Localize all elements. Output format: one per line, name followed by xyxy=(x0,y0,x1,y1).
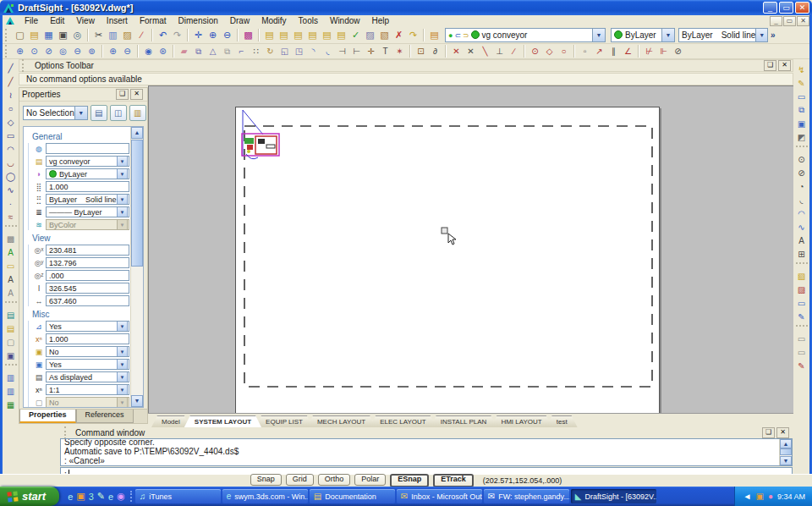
snap-node-icon[interactable]: ○ xyxy=(557,45,571,58)
snap-extension-icon[interactable]: ↗ xyxy=(592,45,606,58)
internet-explorer-2-icon[interactable]: e xyxy=(108,492,113,502)
menu-view[interactable]: View xyxy=(70,16,101,25)
scroll-down-icon[interactable]: ▼ xyxy=(780,456,792,465)
rect-filled-icon[interactable]: ▣ xyxy=(794,117,809,130)
redo-icon[interactable]: ↷ xyxy=(170,28,184,42)
pattern-icon[interactable]: ∷ xyxy=(249,45,263,58)
child-restore-button[interactable]: ▭ xyxy=(783,16,796,26)
chevron-down-icon[interactable]: ▼ xyxy=(117,206,128,217)
sheet-tab-model[interactable]: Model xyxy=(151,415,190,427)
chevron-down-icon[interactable]: ▼ xyxy=(117,346,128,357)
toggle-esnap[interactable]: ESnap xyxy=(390,474,429,487)
task-swym-3ds-com-win[interactable]: eswym.3ds.com - Win... xyxy=(222,489,308,503)
check-icon[interactable]: ✓ xyxy=(348,28,363,42)
rotate-icon[interactable]: ↻ xyxy=(263,45,277,58)
scrollbar-thumb[interactable] xyxy=(780,448,792,455)
notes-icon[interactable]: ✎ xyxy=(97,491,105,502)
extend-icon[interactable]: ⊢ xyxy=(349,45,364,58)
references-folder-icon[interactable]: ▤ xyxy=(3,322,18,335)
pencil-yellow-icon[interactable]: ✎ xyxy=(794,76,809,90)
zoom-previous-icon[interactable]: ⊖ xyxy=(220,28,234,42)
chevron-down-icon[interactable]: ▼ xyxy=(755,29,767,41)
properties-panel-header[interactable]: Properties ❏ ✕ xyxy=(19,88,147,102)
simple-note-icon[interactable]: A xyxy=(3,272,18,286)
snap-midpoint-icon[interactable]: ⊬ xyxy=(642,45,656,58)
layer-field[interactable]: vg conveyor▼ xyxy=(46,156,129,167)
snap-tangent-icon[interactable]: ∕ xyxy=(507,45,521,58)
menu-help[interactable]: Help xyxy=(366,16,396,25)
toggle-snap[interactable]: Snap xyxy=(250,474,282,486)
snap-settings-icon[interactable]: ⊡ xyxy=(414,45,428,58)
snap-insert-icon[interactable]: ▫ xyxy=(578,45,592,58)
task-fw-stephen-gandy[interactable]: ✉FW: stephen.gandy... xyxy=(484,489,569,503)
arc-3point-icon[interactable]: ◡ xyxy=(3,156,18,169)
internet-explorer-icon[interactable]: e xyxy=(68,492,73,502)
text-style-icon[interactable]: ▩ xyxy=(241,28,255,42)
zoom-dynamic-icon[interactable]: ⊙ xyxy=(27,45,41,58)
child-minimize-button[interactable]: _ xyxy=(770,16,782,26)
toggle-etrack[interactable]: ETrack xyxy=(433,474,474,487)
toolbar-grip[interactable] xyxy=(5,29,10,41)
polyline-icon[interactable]: ≀ xyxy=(3,88,18,102)
chamfer-icon[interactable]: ◟ xyxy=(321,45,335,58)
stamp-icon[interactable]: ▧ xyxy=(794,269,809,283)
export-icon[interactable]: ↷ xyxy=(406,28,420,42)
open-file-icon[interactable]: ▤ xyxy=(27,28,41,42)
chevron-down-icon[interactable]: ▼ xyxy=(592,29,605,41)
attach-drawing-icon[interactable]: ▤ xyxy=(3,308,18,322)
snap-endpoint-icon[interactable]: ✕ xyxy=(449,45,464,58)
scrollbar-thumb[interactable] xyxy=(131,140,143,267)
weld-icon[interactable]: T xyxy=(378,45,392,58)
flag-corner-icon[interactable]: ◩ xyxy=(794,130,809,144)
panel-tab-properties[interactable]: Properties xyxy=(19,410,76,423)
lightning-icon[interactable]: ↯ xyxy=(794,63,809,76)
hatch-icon[interactable]: ▩ xyxy=(3,232,18,245)
close-icon[interactable]: ✕ xyxy=(130,89,143,100)
offset-icon[interactable]: ⧉ xyxy=(220,45,234,58)
undo-icon[interactable]: ↶ xyxy=(156,28,170,42)
zoom-in-icon[interactable]: ⊕ xyxy=(106,45,120,58)
polygon-icon[interactable]: ◇ xyxy=(3,115,18,129)
center-y-field[interactable]: 132.796 xyxy=(46,257,129,268)
snap-apparent-icon[interactable]: ∠ xyxy=(621,45,635,58)
paste-icon[interactable]: ▨ xyxy=(120,28,134,42)
float-panel-icon[interactable]: ❏ xyxy=(762,427,775,438)
sheet-blue-1-icon[interactable]: ▥ xyxy=(3,371,18,384)
height-field[interactable]: 326.545 xyxy=(46,283,129,294)
rect-stack-icon[interactable]: ⧉ xyxy=(794,103,809,117)
close-button[interactable]: ✕ xyxy=(795,2,809,14)
copy-icon[interactable]: ▥ xyxy=(106,28,120,42)
task-draftsight-63092v[interactable]: ◣DraftSight - [63092V.... xyxy=(571,489,656,503)
spline-icon[interactable]: ∿ xyxy=(3,183,18,196)
task-documentation[interactable]: ▤Documentation xyxy=(310,489,395,503)
note-field-1-icon[interactable]: ▭ xyxy=(794,332,809,345)
zoom-window-icon[interactable]: ⊕ xyxy=(13,45,27,58)
float-panel-icon[interactable]: ❏ xyxy=(764,60,776,71)
snap-perpendicular-icon[interactable]: ⊥ xyxy=(492,45,507,58)
arc-quad-icon[interactable]: ◟ xyxy=(794,193,809,206)
line-icon[interactable]: ╱ xyxy=(3,61,18,74)
close-icon[interactable]: ✕ xyxy=(776,427,789,438)
hatch-icon[interactable]: ▨ xyxy=(363,28,377,42)
rectangle-icon[interactable]: ▭ xyxy=(3,129,18,142)
new-file-icon[interactable]: ▢ xyxy=(13,28,27,42)
menu-window[interactable]: Window xyxy=(324,16,366,25)
scroll-up-icon[interactable]: ▲ xyxy=(780,439,792,448)
sheet-paper[interactable] xyxy=(235,107,660,415)
menu-tools[interactable]: Tools xyxy=(293,16,324,25)
float-panel-icon[interactable]: ❏ xyxy=(116,89,129,100)
close-icon[interactable]: ✕ xyxy=(778,60,791,71)
conveyor-drawing[interactable] xyxy=(236,107,288,165)
squiggle-icon[interactable]: ∿ xyxy=(794,220,809,234)
snap-off-icon[interactable]: ⊘ xyxy=(671,45,685,58)
command-window-header[interactable]: Command window ❏ ✕ xyxy=(59,427,793,438)
infinite-line-icon[interactable]: ╱ xyxy=(3,74,18,88)
sheet-tab-hmi-layout[interactable]: HMI LAYOUT xyxy=(491,415,551,427)
brush-icon[interactable]: ∕ xyxy=(134,28,149,42)
snap-quadrant-icon[interactable]: ◇ xyxy=(542,45,557,58)
zoom-bounds-icon[interactable]: ◎ xyxy=(56,45,70,58)
hyperlink-field[interactable] xyxy=(46,143,129,154)
pan-icon[interactable]: ✛ xyxy=(191,28,206,42)
erase-icon[interactable]: ▰ xyxy=(177,45,191,58)
sheet-tab-mech-layout[interactable]: MECH LAYOUT xyxy=(307,415,376,427)
